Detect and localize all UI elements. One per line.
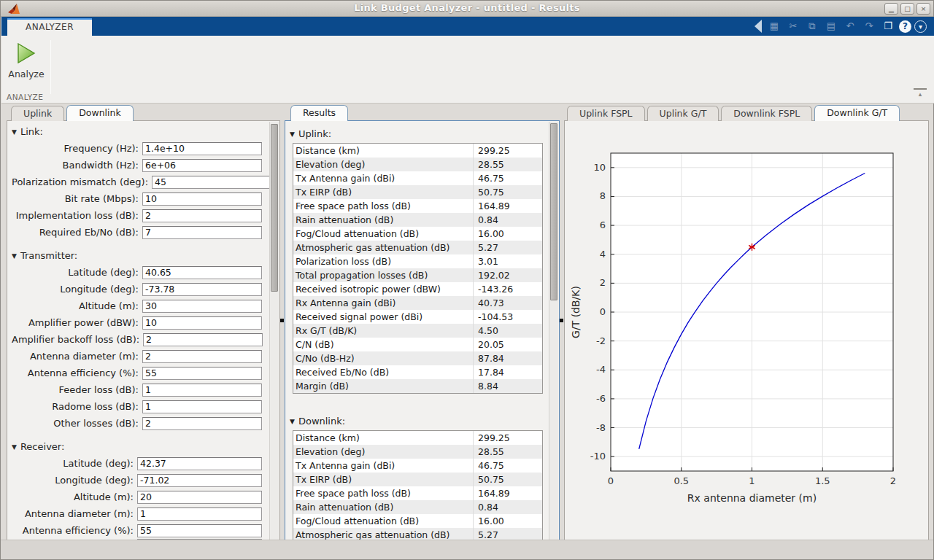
layout-icon[interactable]: ❐	[880, 19, 896, 34]
svg-text:-4: -4	[596, 364, 606, 375]
table-cell-value: 20.05	[474, 338, 542, 351]
close-button[interactable]: ×	[916, 3, 930, 15]
section-header-receiver: ▼Receiver:	[12, 439, 269, 455]
input-altitude-m[interactable]	[142, 300, 262, 313]
results-scrollbar-thumb[interactable]	[550, 123, 557, 300]
section-title: Transmitter:	[20, 250, 77, 261]
field-row: Latitude (deg):	[12, 264, 269, 281]
input-altitude-m[interactable]	[137, 491, 262, 504]
splitter-grip-left[interactable]	[280, 319, 284, 322]
table-row: Tx Antenna gain (dBi)46.75	[293, 171, 542, 185]
table-row: Polarization loss (dB)3.01	[293, 254, 542, 268]
field-row: Required Eb/No (dB):	[12, 224, 269, 241]
svg-text:8: 8	[600, 190, 606, 201]
results-scrollbar[interactable]	[549, 122, 558, 540]
input-antenna-efficiency[interactable]	[137, 524, 262, 537]
tab-downlink[interactable]: Downlink	[66, 105, 134, 121]
tab-analyzer[interactable]: ANALYZER	[7, 18, 92, 36]
field-row: Amplifier power (dBW):	[12, 314, 269, 331]
title-bar: Link Budget Analyzer - untitled - Result…	[1, 1, 933, 17]
input-other-losses-db[interactable]	[142, 417, 262, 430]
toolstrip-collapse-icon[interactable]: ▴	[914, 88, 927, 98]
table-row: Fog/Cloud attenuation (dB)16.00	[293, 514, 542, 528]
input-implementation-loss-db[interactable]	[142, 209, 262, 222]
svg-text:2: 2	[600, 277, 606, 288]
section-collapse-icon[interactable]: ▼	[12, 443, 17, 451]
input-longitude-deg[interactable]	[142, 283, 262, 296]
field-label-longitude-deg: Longitude (deg):	[12, 284, 142, 295]
analyze-button[interactable]: Analyze	[4, 39, 49, 93]
maximize-button[interactable]: □	[900, 3, 914, 15]
field-label-altitude-m: Altitude (m):	[12, 491, 137, 502]
tab-uplink-fspl[interactable]: Uplink FSPL	[567, 106, 645, 121]
field-label-required-eb-no-db: Required Eb/No (dB):	[12, 227, 142, 238]
section-separator	[50, 40, 51, 94]
input-antenna-efficiency[interactable]	[142, 367, 262, 380]
table-cell-label: Rx Antenna gain (dBi)	[293, 296, 474, 310]
input-antenna-diameter-m[interactable]	[137, 508, 262, 521]
table-row: Tx EIRP (dB)50.75	[293, 185, 542, 199]
table-row: C/N (dB)20.05	[293, 338, 542, 351]
field-label-antenna-diameter-m: Antenna diameter (m):	[12, 351, 142, 362]
table-cell-value: 50.75	[474, 472, 542, 486]
section-collapse-icon[interactable]: ▼	[290, 131, 295, 138]
field-label-implementation-loss-db: Implementation loss (dB):	[12, 210, 142, 221]
table-cell-label: Free space path loss (dB)	[293, 486, 474, 500]
window-title: Link Budget Analyzer - untitled - Result…	[1, 2, 933, 13]
input-amplifier-power-dbw[interactable]	[142, 316, 262, 330]
minimize-button[interactable]: ▁	[884, 3, 898, 15]
input-frequency-hz[interactable]	[142, 142, 262, 155]
input-bit-rate-mbps[interactable]	[142, 192, 262, 206]
paste-icon: ▤	[823, 19, 839, 34]
section-collapse-icon[interactable]: ▼	[12, 128, 17, 136]
field-row: Longitude (deg):	[12, 281, 269, 298]
section-title: Downlink:	[298, 416, 345, 427]
splitter-grip-right[interactable]	[560, 319, 563, 322]
help-icon[interactable]: ?	[899, 20, 911, 33]
input-radome-loss-db[interactable]	[142, 400, 262, 413]
parameters-scrollbar-thumb[interactable]	[271, 124, 278, 292]
svg-text:4: 4	[600, 249, 606, 260]
input-latitude-deg[interactable]	[142, 266, 262, 279]
cut-icon: ✂	[785, 19, 801, 34]
svg-text:G/T (dB/K): G/T (dB/K)	[570, 286, 582, 338]
field-label-amplifier-power-dbw: Amplifier power (dBW):	[12, 317, 142, 328]
table-cell-value: 299.25	[474, 431, 542, 445]
tab-results[interactable]: Results	[290, 105, 348, 121]
input-required-eb-no-db[interactable]	[142, 226, 262, 239]
table-cell-value: 16.00	[474, 514, 542, 528]
results-panel-body: ▼Uplink:Distance (km)299.25Elevation (de…	[285, 120, 560, 541]
input-latitude-deg[interactable]	[137, 457, 262, 470]
input-feeder-loss-db[interactable]	[142, 384, 262, 397]
table-row: Rx Antenna gain (dBi)40.73	[293, 296, 542, 310]
table-cell-value: 46.75	[474, 459, 542, 472]
analyze-section-label: ANALYZE	[7, 93, 43, 101]
section-header-transmitter: ▼Transmitter:	[12, 248, 269, 264]
field-row: Altitude (m):	[12, 298, 269, 314]
results-section-header-uplink: ▼Uplink:	[290, 127, 546, 141]
tab-uplink[interactable]: Uplink	[11, 106, 64, 121]
input-antenna-diameter-m[interactable]	[142, 350, 262, 363]
input-bandwidth-hz[interactable]	[142, 159, 262, 172]
parameters-panel-body: ▼Link:Frequency (Hz):Bandwidth (Hz):Pola…	[7, 120, 280, 541]
field-label-feeder-loss-db: Feeder loss (dB):	[12, 384, 142, 395]
field-row: Antenna diameter (m):	[12, 505, 269, 522]
input-longitude-deg[interactable]	[137, 474, 262, 487]
svg-text:0: 0	[600, 306, 606, 317]
tab-downlink-g-t[interactable]: Downlink G/T	[814, 105, 900, 121]
field-row: Radome loss (dB):	[12, 398, 269, 415]
tab-uplink-g-t[interactable]: Uplink G/T	[647, 106, 719, 121]
section-collapse-icon[interactable]: ▼	[290, 418, 295, 425]
input-amplifier-backoff-loss-db[interactable]	[143, 333, 263, 346]
section-collapse-icon[interactable]: ▼	[12, 252, 17, 260]
input-polarization-mismatch-deg[interactable]	[152, 176, 271, 189]
parameters-scrollbar[interactable]	[269, 122, 279, 540]
table-row: Rain attenuation (dB)0.84	[293, 213, 542, 227]
qab-dropdown-icon[interactable]: ▾	[914, 20, 927, 33]
undo-icon: ↶	[842, 19, 858, 34]
table-row: Distance (km)299.25	[293, 144, 542, 158]
tab-downlink-fspl[interactable]: Downlink FSPL	[721, 106, 812, 121]
field-row: Latitude (deg):	[12, 455, 269, 472]
plot-panel-body: 00.511.52-10-8-6-4-20246810Rx antenna di…	[564, 120, 929, 541]
window-buttons: ▁□×	[884, 3, 930, 15]
